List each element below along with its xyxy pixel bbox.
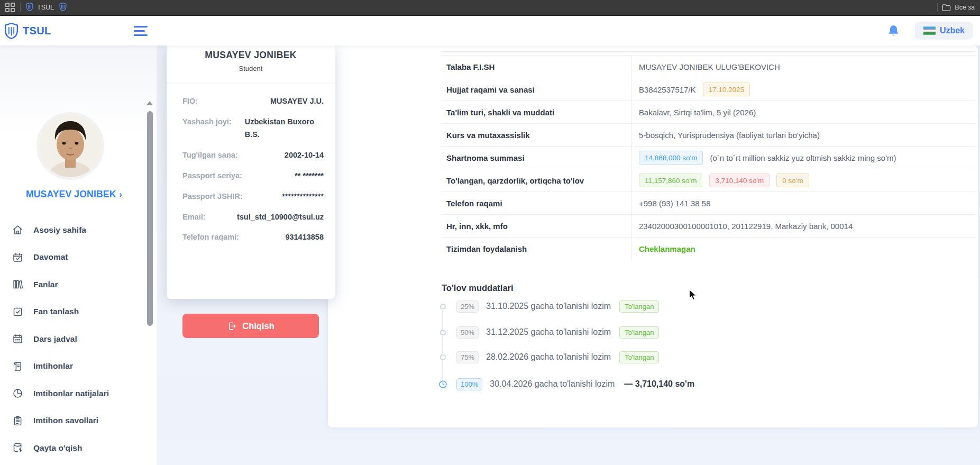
value-text: Cheklanmagan [639,244,695,253]
row-label: Telefon raqami [442,192,632,214]
profile-card-role: Student [167,65,335,72]
sidebar-item-label: Imtihonlar natijalari [33,389,109,398]
clipboard-icon [12,415,23,426]
sidebar-item-qayta-oqish[interactable]: Qayta o'qish [0,434,148,462]
sidebar-item-dars-jadval[interactable]: Dars jadval [0,325,148,353]
row-value: Bakalavr, Sirtqi ta'lim, 5 yil (2026) [632,101,976,123]
sidebar-profile-name: MUSAYEV JONIBEK [26,189,116,199]
all-bookmarks-label: Все за [955,4,975,11]
table-row-kurs: Kurs va mutaxassislik5-bosqich, Yurispru… [442,124,976,147]
sidebar-scrollbar-thumb[interactable] [147,111,153,326]
paid-status-badge: To'langan [619,351,659,363]
sidebar-item-ozlashtirish[interactable]: O'zlashtirish ko'rsatkichi [0,462,148,465]
profile-card: MUSAYEV JONIBEK Student FIO:MUSAYEV J.U.… [167,45,335,299]
sidebar-item-imtihon-savollari[interactable]: Imtihon savollari [0,407,148,435]
sidebar-item-asosiy-sahifa[interactable]: Asosiy sahifa [0,216,148,244]
payment-item-2: 50%31.12.2025 gacha to'lanishi lozimTo'l… [436,326,659,339]
payment-item-4: 100%30.04.2026 gacha to'lanishi lozim— 3… [436,378,694,390]
timeline-dot [436,354,449,360]
payment-deadline-text: 31.12.2025 gacha to'lanishi lozim [486,327,611,337]
scroll-icon [12,361,23,372]
table-row-hujjat: Hujjat raqami va sanasiB3842537517/K17.1… [442,78,976,101]
profile-field-fio: FIO:MUSAYEV J.U. [182,95,324,108]
field-label: Tug'ilgan sana: [182,149,238,162]
profile-field-passport-jshir: Passport JSHIR:************** [182,190,324,203]
sidebar-item-imtihonlar-natijalari[interactable]: Imtihonlar natijalari [0,380,148,407]
row-value: Cheklanmagan [632,238,976,260]
field-label: Passport JSHIR: [182,190,243,203]
table-row-tizim: Tizimdan foydalanishCheklanmagan [442,238,976,260]
profile-field-phone: Telefon raqami:931413858 [182,231,324,244]
screen: TSUL Все за TSUL Uzbek [0,0,980,465]
sidebar-item-label: Asosiy sahifa [33,225,86,235]
payment-deadline-text: 30.04.2026 gacha to'lanishi lozim [490,379,615,389]
tsul-favicon-icon [26,3,33,13]
all-bookmarks-button[interactable]: Все за [942,4,975,12]
row-value: 11,157,860 so'm3,710,140 so'm0 so'm [632,169,976,192]
table-row-talim-turi: Ta'lim turi, shakli va muddatiBakalavr, … [442,101,976,124]
field-value: 2002-10-14 [238,149,324,162]
row-label: Hr, inn, xkk, mfo [442,215,632,237]
primary-badge: 14,868,000 so'm [639,151,703,165]
chevron-right-icon: › [120,190,123,199]
checkbox-icon [12,306,23,317]
payment-amount: — 3,710,140 so'm [624,379,694,389]
value-text: MUSAYEV JONIBEK ULUG'BEKOVICH [639,62,780,71]
sidebar-item-label: Qayta o'qish [33,443,82,453]
notifications-button[interactable] [887,24,900,38]
value-text: 5-bosqich, Yurisprudensiya (faoliyat tur… [639,131,820,140]
bookmark-label: TSUL [37,4,54,11]
row-value: MUSAYEV JONIBEK ULUG'BEKOVICH [632,56,976,78]
database-dollar-icon [12,442,23,453]
field-value: ** ******* [242,170,324,183]
menu-toggle-button[interactable] [134,26,148,36]
row-value: B3842537517/K17.10.2025 [632,78,976,101]
clock-icon [436,380,449,389]
timeline-line [442,310,443,384]
profile-field-birth-date: Tug'ilgan sana:2002-10-14 [182,149,324,162]
bookmark-tsul[interactable]: TSUL [26,3,54,13]
sidebar-item-fan-tanlash[interactable]: Fan tanlash [0,298,148,326]
profile-field-email: Email:tsul_std_10900@tsul.uz [182,211,324,224]
sidebar-item-imtihonlar[interactable]: Imtihonlar [0,353,148,380]
row-label: Kurs va mutaxassislik [442,124,632,146]
profile-field-address: Yashash joyi:Uzbekistan Buxoro B.S. [182,116,324,141]
language-label: Uzbek [940,26,965,35]
percent-badge: 50% [456,326,479,339]
value-text: B3842537517/K [639,85,696,94]
student-photo[interactable] [36,112,104,180]
row-value: 23402000300100001010, 201122919, Markazi… [632,215,976,237]
table-row-partial [442,52,976,56]
field-value: 931413858 [239,231,324,244]
paid-status-badge: To'langan [619,326,659,339]
field-value: tsul_std_10900@tsul.uz [206,211,324,224]
bell-icon [887,24,900,38]
sidebar-profile-link[interactable]: MUSAYEV JONIBEK› [0,189,148,200]
logout-button[interactable]: Chiqish [182,314,319,338]
apps-grid-icon[interactable] [5,3,15,12]
sidebar-item-davomat[interactable]: Davomat [0,244,148,271]
books-icon [12,279,23,290]
bookmark-tsul-2[interactable] [59,3,67,13]
value-text: 23402000300100001010, 201122919, Markazi… [639,222,853,231]
success-badge: 11,157,860 so'm [639,174,702,187]
paid-status-badge: To'langan [619,300,659,313]
timeline-dot [436,330,449,335]
percent-badge: 100% [456,378,482,390]
tsul-favicon-icon [59,3,67,13]
brand-logo[interactable]: TSUL [4,23,51,39]
language-selector[interactable]: Uzbek [915,22,973,40]
folder-icon [942,4,951,12]
sidebar-nav: Asosiy sahifaDavomatFanlarFan tanlashDar… [0,216,148,465]
profile-fields: FIO:MUSAYEV J.U.Yashash joyi:Uzbekistan … [167,84,335,244]
scrollbar-up-arrow[interactable] [146,101,153,105]
timeline-dot [436,304,449,309]
pie-chart-icon [12,388,23,399]
profile-field-passport-seriya: Passport seriya:** ******* [182,170,324,183]
row-label: Shartnoma summasi [442,147,632,169]
sidebar-item-fanlar[interactable]: Fanlar [0,271,148,298]
field-value: Uzbekistan Buxoro B.S. [232,116,324,141]
student-details-table: Talaba F.I.SHMUSAYEV JONIBEK ULUG'BEKOVI… [442,51,976,260]
calendar-icon [12,333,23,344]
row-label: Tizimdan foydalanish [442,238,632,260]
